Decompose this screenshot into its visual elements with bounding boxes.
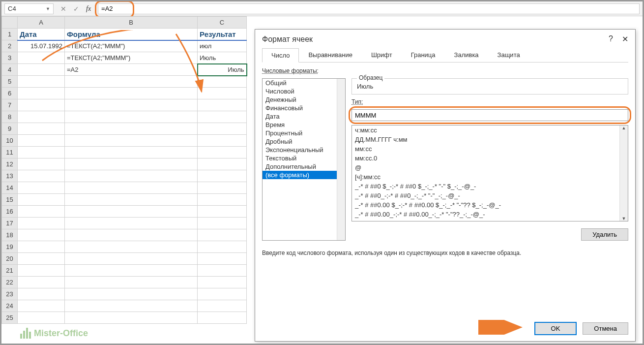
category-item[interactable]: Дополнительный: [263, 162, 345, 171]
format-code-item[interactable]: мм:сс: [352, 144, 628, 154]
cell[interactable]: =ТЕКСТ(A2;"ММММ"): [65, 52, 198, 64]
cell[interactable]: [18, 76, 65, 88]
cell[interactable]: [18, 182, 65, 194]
scrollbar[interactable]: [337, 79, 345, 240]
cell[interactable]: [65, 111, 198, 123]
cell[interactable]: [198, 111, 247, 123]
fx-icon[interactable]: fx: [86, 5, 91, 13]
cell[interactable]: [198, 147, 247, 158]
cell[interactable]: [18, 99, 65, 111]
cell[interactable]: [18, 88, 65, 99]
tab-protection[interactable]: Защита: [488, 48, 529, 62]
category-item[interactable]: Дата: [263, 112, 345, 121]
cell[interactable]: [198, 88, 247, 99]
category-item[interactable]: Экспоненциальный: [263, 146, 345, 154]
tab-border[interactable]: Граница: [402, 48, 445, 62]
format-code-list[interactable]: ч:мм:ссДД.ММ.ГГГГ ч:мммм:ссмм:сс.0@[ч]:м…: [351, 125, 628, 221]
cell[interactable]: Результат: [198, 29, 247, 40]
cancel-icon[interactable]: ✕: [60, 5, 66, 13]
category-item[interactable]: Текстовый: [263, 154, 345, 162]
cell[interactable]: [65, 182, 198, 194]
formula-input[interactable]: [98, 3, 640, 14]
cell[interactable]: [18, 312, 65, 324]
cell[interactable]: [18, 111, 65, 123]
format-code-item[interactable]: ДД.ММ.ГГГГ ч:мм: [352, 135, 628, 144]
cell[interactable]: [18, 253, 65, 265]
cell[interactable]: [198, 265, 247, 277]
cell[interactable]: [198, 99, 247, 111]
name-box[interactable]: C4 ▼: [4, 3, 54, 14]
cell[interactable]: =A2: [65, 64, 198, 76]
cell[interactable]: [65, 158, 198, 170]
row-header[interactable]: 19: [2, 241, 18, 253]
cell[interactable]: [18, 241, 65, 253]
format-code-item[interactable]: _-* # ##0_-;-* # ##0_-;_-* "-"_-;_-@_-: [352, 191, 628, 200]
format-code-item[interactable]: мм:сс.0: [352, 154, 628, 163]
cell[interactable]: [198, 170, 247, 182]
category-item[interactable]: Процентный: [263, 129, 345, 137]
cell[interactable]: [18, 64, 65, 76]
cell[interactable]: [198, 241, 247, 253]
col-header-A[interactable]: A: [18, 17, 65, 29]
cell[interactable]: [65, 277, 198, 288]
cell[interactable]: [18, 194, 65, 206]
col-header-C[interactable]: C: [198, 17, 247, 29]
close-icon[interactable]: ✕: [622, 34, 628, 44]
row-header[interactable]: 18: [2, 229, 18, 241]
cell[interactable]: [198, 135, 247, 147]
tab-number[interactable]: Число: [262, 48, 299, 63]
format-code-item[interactable]: [ч]:мм:сс: [352, 172, 628, 182]
cell[interactable]: [18, 277, 65, 288]
row-header[interactable]: 1: [2, 29, 18, 40]
row-header[interactable]: 17: [2, 218, 18, 229]
tab-fill[interactable]: Заливка: [445, 48, 488, 62]
format-code-item[interactable]: ч:мм:сс: [352, 125, 628, 135]
cell[interactable]: [198, 312, 247, 324]
category-item[interactable]: (все форматы): [263, 171, 345, 179]
row-header[interactable]: 6: [2, 88, 18, 99]
cell[interactable]: [65, 229, 198, 241]
cell[interactable]: [18, 135, 65, 147]
cell[interactable]: [65, 170, 198, 182]
cell[interactable]: [198, 229, 247, 241]
cell[interactable]: [65, 265, 198, 277]
cell[interactable]: [18, 265, 65, 277]
format-code-item[interactable]: _-* # ##0.00 $_-;-* # ##0.00 $_-;_-* "-"…: [352, 200, 628, 210]
row-header[interactable]: 22: [2, 277, 18, 288]
cell[interactable]: [65, 241, 198, 253]
ok-button[interactable]: OK: [534, 322, 577, 335]
cell[interactable]: [198, 182, 247, 194]
cell[interactable]: июл: [198, 40, 247, 52]
cell[interactable]: [65, 76, 198, 88]
row-header[interactable]: 2: [2, 40, 18, 52]
row-header[interactable]: 15: [2, 194, 18, 206]
cell-selected[interactable]: Июль: [198, 64, 247, 76]
category-item[interactable]: Общий: [263, 79, 345, 87]
row-header[interactable]: 8: [2, 111, 18, 123]
cell[interactable]: [18, 288, 65, 300]
cell[interactable]: [65, 312, 198, 324]
cell[interactable]: [198, 194, 247, 206]
row-header[interactable]: 7: [2, 99, 18, 111]
category-item[interactable]: Время: [263, 121, 345, 129]
cell[interactable]: [65, 194, 198, 206]
format-code-item[interactable]: _-* # ##0 $_-;-* # ##0 $_-;_-* "-" $_-;_…: [352, 182, 628, 191]
cell[interactable]: [65, 206, 198, 218]
category-item[interactable]: Финансовый: [263, 104, 345, 112]
col-header-B[interactable]: B: [65, 17, 198, 29]
cell[interactable]: 15.07.1992: [18, 40, 65, 52]
row-header[interactable]: 12: [2, 158, 18, 170]
cell[interactable]: Формула: [65, 29, 198, 40]
cell[interactable]: [198, 288, 247, 300]
format-code-item[interactable]: @: [352, 163, 628, 172]
row-header[interactable]: 5: [2, 76, 18, 88]
cell[interactable]: [198, 123, 247, 135]
cell[interactable]: [65, 218, 198, 229]
tab-font[interactable]: Шрифт: [362, 48, 402, 62]
cancel-button[interactable]: Отмена: [583, 322, 628, 335]
cell[interactable]: [65, 135, 198, 147]
cell[interactable]: [198, 277, 247, 288]
row-header[interactable]: 11: [2, 147, 18, 158]
cell[interactable]: [18, 229, 65, 241]
select-all-corner[interactable]: [2, 17, 18, 29]
